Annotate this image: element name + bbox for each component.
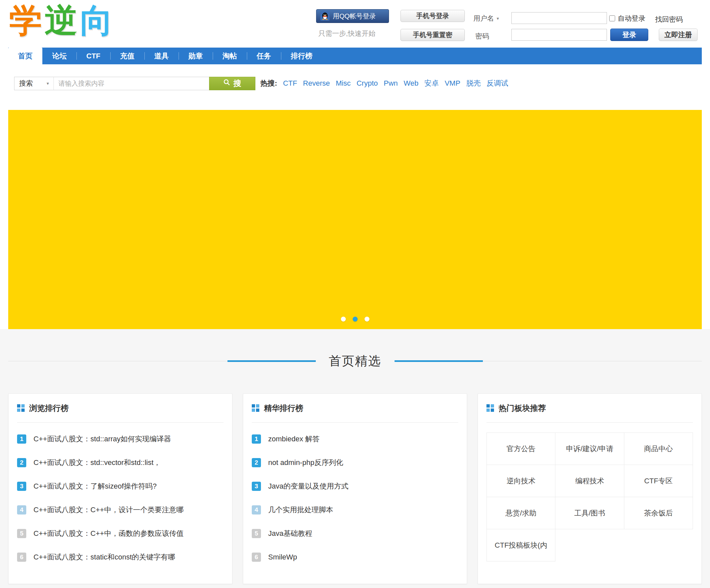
card-title: 热门板块推荐	[499, 403, 546, 413]
rank-list: 1 C++面试八股文：std::array如何实现编译器 2 C++面试八股文：…	[8, 423, 232, 569]
password-label: 密码	[475, 31, 489, 41]
forum-link-shop[interactable]: 商品中心	[624, 433, 693, 465]
username-input[interactable]	[512, 12, 607, 24]
forum-link-reverse[interactable]: 逆向技术	[487, 465, 555, 497]
card-header: 浏览排行榜	[17, 394, 223, 423]
list-item[interactable]: 4 C++面试八股文：C++中，设计一个类要注意哪	[17, 498, 223, 522]
rank-badge: 1	[252, 435, 261, 444]
thread-title: C++面试八股文：C++中，设计一个类要注意哪	[33, 505, 184, 515]
list-item[interactable]: 2 C++面试八股文：std::vector和std::list，	[17, 451, 223, 474]
search-input[interactable]	[54, 77, 209, 90]
nav-collections[interactable]: 淘帖	[213, 48, 247, 64]
search-type-select[interactable]: 搜索 ▾	[14, 77, 54, 90]
grid-icon	[17, 404, 25, 412]
hot-link-crypto[interactable]: Crypto	[356, 79, 378, 88]
nav-medals[interactable]: 勋章	[179, 48, 213, 64]
nav-forum[interactable]: 论坛	[42, 48, 76, 64]
logo-char: 学	[9, 2, 45, 39]
password-input[interactable]	[512, 29, 607, 41]
list-item[interactable]: 4 几个实用批处理脚本	[252, 498, 458, 522]
list-item[interactable]: 2 not admin-php反序列化	[252, 451, 458, 474]
list-item[interactable]: 6 C++面试八股文：static和const的关键字有哪	[17, 545, 223, 569]
browse-ranking-card: 浏览排行榜 1 C++面试八股文：std::array如何实现编译器 2 C++…	[8, 393, 232, 584]
search-type-label: 搜索	[19, 79, 33, 88]
hot-search: 热搜: CTF Reverse Misc Crypto Pwn Web 安卓 V…	[260, 78, 508, 88]
rank-badge: 6	[17, 553, 26, 562]
hot-link-antidebug[interactable]: 反调试	[487, 78, 508, 88]
forum-link-tools[interactable]: 工具/图书	[555, 497, 624, 529]
auto-login-label: 自动登录	[618, 14, 645, 23]
phone-reset-button[interactable]: 手机号重置密	[400, 29, 465, 41]
carousel-dot[interactable]	[364, 317, 369, 322]
hot-link-unpack[interactable]: 脱壳	[466, 78, 480, 88]
card-header: 精华排行榜	[252, 394, 458, 423]
hot-link-android[interactable]: 安卓	[424, 78, 439, 88]
search-button[interactable]: 搜	[209, 77, 255, 90]
logo-char: 向	[80, 2, 116, 39]
nav-home[interactable]: 首页	[8, 48, 42, 64]
rank-badge: 3	[252, 482, 261, 491]
forum-link-announcements[interactable]: 官方公告	[487, 433, 555, 465]
rank-badge: 2	[17, 458, 26, 467]
login-button[interactable]: 登录	[610, 28, 648, 41]
thread-title: SmileWp	[268, 553, 297, 561]
thread-title: C++面试八股文：了解sizeof操作符吗?	[33, 481, 157, 491]
list-item[interactable]: 1 zombiedex 解答	[252, 427, 458, 451]
thread-title: C++面试八股文：std::array如何实现编译器	[33, 434, 171, 444]
nav-ranking[interactable]: 排行榜	[281, 48, 322, 64]
nav-props[interactable]: 道具	[144, 48, 179, 64]
thread-title: not admin-php反序列化	[268, 458, 344, 468]
nav-recharge[interactable]: 充值	[110, 48, 144, 64]
divider-line	[8, 361, 228, 361]
forgot-password-link[interactable]: 找回密码	[655, 15, 683, 24]
hot-link-vmp[interactable]: VMP	[445, 79, 460, 88]
forum-link-appeals[interactable]: 申诉/建议/申请	[555, 433, 624, 465]
list-item[interactable]: 5 C++面试八股文：C++中，函数的参数应该传值	[17, 522, 223, 545]
hot-link-web[interactable]: Web	[404, 79, 419, 88]
search-bar: 搜索 ▾ 搜 热搜: CTF Reverse Misc Crypto Pwn W…	[8, 64, 702, 98]
qq-login-label: 用QQ帐号登录	[333, 12, 376, 21]
forum-link-ctf[interactable]: CTF专区	[624, 465, 693, 497]
list-item[interactable]: 3 Java的变量以及使用方式	[252, 474, 458, 498]
carousel-dot[interactable]	[341, 317, 346, 322]
logo-char: 逆	[45, 2, 80, 39]
rank-badge: 3	[17, 482, 26, 491]
carousel-banner[interactable]	[8, 110, 702, 329]
card-title: 精华排行榜	[264, 403, 303, 413]
list-item[interactable]: 5 Java基础教程	[252, 522, 458, 545]
rank-badge: 5	[252, 529, 261, 538]
thread-title: C++面试八股文：std::vector和std::list，	[33, 458, 161, 468]
hot-link-ctf[interactable]: CTF	[283, 79, 297, 88]
register-button[interactable]: 立即注册	[659, 28, 697, 41]
username-label[interactable]: 用户名 ▾	[473, 14, 499, 23]
site-header: 学逆向 用QQ帐号登录 只需一步,快速开始 手机号登录 手机号重置密 用户名 ▾…	[0, 0, 710, 48]
hot-forums-card: 热门板块推荐 官方公告 申诉/建议/申请 商品中心 逆向技术 编程技术 CTF专…	[478, 393, 702, 584]
search-icon	[223, 79, 231, 88]
divider-line	[483, 361, 702, 361]
forum-grid: 官方公告 申诉/建议/申请 商品中心 逆向技术 编程技术 CTF专区 悬赏/求助…	[487, 433, 693, 561]
forum-link-ctf-submissions[interactable]: CTF投稿板块(内	[487, 529, 555, 561]
thread-title: zombiedex 解答	[268, 434, 320, 444]
nav-ctf[interactable]: CTF	[76, 48, 110, 64]
forum-link-chat[interactable]: 茶余饭后	[624, 497, 693, 529]
auto-login-option[interactable]: 自动登录	[609, 14, 645, 23]
accent-line	[395, 360, 483, 362]
username-label-text: 用户名	[473, 14, 494, 23]
hot-link-pwn[interactable]: Pwn	[384, 79, 398, 88]
carousel-dot-active[interactable]	[353, 317, 357, 322]
thread-title: 几个实用批处理脚本	[268, 505, 333, 515]
hot-link-reverse[interactable]: Reverse	[303, 79, 330, 88]
list-item[interactable]: 3 C++面试八股文：了解sizeof操作符吗?	[17, 474, 223, 498]
auto-login-checkbox[interactable]	[609, 16, 615, 21]
qq-login-button[interactable]: 用QQ帐号登录	[316, 9, 389, 23]
main-nav: 首页 论坛 CTF 充值 道具 勋章 淘帖 任务 排行榜	[8, 48, 702, 64]
site-logo[interactable]: 学逆向	[9, 3, 116, 38]
list-item[interactable]: 1 C++面试八股文：std::array如何实现编译器	[17, 427, 223, 451]
forum-link-bounty[interactable]: 悬赏/求助	[487, 497, 555, 529]
phone-login-button[interactable]: 手机号登录	[400, 10, 465, 22]
list-item[interactable]: 6 SmileWp	[252, 545, 458, 569]
hot-link-misc[interactable]: Misc	[336, 79, 351, 88]
thread-title: Java基础教程	[268, 529, 312, 538]
nav-tasks[interactable]: 任务	[247, 48, 281, 64]
forum-link-programming[interactable]: 编程技术	[555, 465, 624, 497]
